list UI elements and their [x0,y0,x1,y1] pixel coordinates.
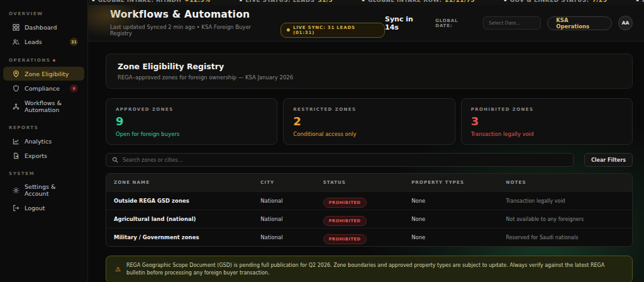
ticker-item: ▪ANALYTICS & FEED:31/25 [636,0,644,3]
cell-property-types: None [404,198,498,204]
stat-caption: Transaction legally void [471,131,623,137]
clear-filters-button[interactable]: Clear Filters [584,153,633,167]
shield-icon [12,85,19,93]
sidebar-item-logout[interactable]: Logout [3,201,84,215]
last-updated-text: Last updated Synced 2 min ago • KSA Fore… [110,24,274,37]
sidebar-section-system: SYSTEM Settings & Account Logout [0,166,87,215]
ticker-value: 7/25 [592,0,608,3]
section-label-text: SYSTEM [9,171,35,176]
ticker-bullet-icon: ▪ [92,0,95,3]
workflow-nodes-icon [12,103,19,110]
section-label-text: OPERATIONS [9,58,50,63]
ticker-value: 22/11/75 [445,0,475,3]
sidebar: OVERVIEW Dashboard Leads 31 OPERATIONS [0,0,88,282]
cell-zone-name: Agricultural land (national) [106,216,253,222]
users-icon [12,38,19,46]
stat-label: RESTRICTED ZONES [293,107,445,112]
sidebar-section-reports: REPORTS Analytics Exports [0,120,87,162]
cell-city: National [253,234,315,240]
sidebar-item-zone-eligibility[interactable]: Zone Eligibility [3,67,84,81]
ticker-item: ▪GLOBAL INTAKE ROW:22/11/75 [362,0,475,3]
header-subrow: Last updated Synced 2 min ago • KSA Fore… [110,23,385,38]
sidebar-item-leads[interactable]: Leads 31 [3,35,84,49]
sidebar-item-exports[interactable]: Exports [3,149,84,162]
status-badge: PROHIBITED [323,198,367,208]
ticker-item: ▪GOV & LINKED STATUS:7/25 [504,0,607,3]
sidebar-item-label: Zone Eligibility [25,70,78,77]
live-sync-badge: LIVE SYNC: 31 LEADS (01:31) [280,23,385,38]
sync-countdown: Sync in 14s [385,15,429,31]
cell-status: PROHIBITED [316,195,404,208]
stat-card-prohibited-zones: PROHIBITED ZONES 3 Transaction legally v… [461,98,633,145]
chart-line-icon [12,137,19,145]
ticker-bullet-icon: ▪ [636,0,639,3]
cell-city: National [253,198,315,204]
table-header-row: ZONE NAME CITY STATUS PROPERTY TYPES NOT… [106,174,632,191]
sidebar-item-label: Analytics [25,138,78,145]
logout-icon [12,204,19,212]
section-label-overview: OVERVIEW [0,6,87,20]
table-row[interactable]: Agricultural land (national) National PR… [106,210,632,228]
sidebar-item-label: Settings & Account [25,183,78,197]
cell-notes: Not available to any foreigners [499,217,632,222]
section-label-system: SYSTEM [0,166,87,179]
filter-row: Clear Filters [106,153,633,167]
status-badge: PROHIBITED [323,234,367,244]
ticker-item: ▪LIVE STATUS: LEADS31/5 [240,0,333,3]
table-row[interactable]: Outside REGA GSD zones National PROHIBIT… [106,191,632,210]
sidebar-item-label: Dashboard [25,24,78,31]
stat-card-restricted-zones: RESTRICTED ZONES 2 Conditional access on… [283,98,455,145]
compliance-count-badge: 9 [70,84,78,93]
stats-row: APPROVED ZONES 9 Open for foreign buyers… [106,98,633,145]
leads-count-badge: 31 [70,38,78,46]
date-picker-input[interactable] [483,16,541,30]
stat-label: APPROVED ZONES [116,107,267,112]
cell-property-types: None [404,234,498,240]
org-selector-pill[interactable]: KSA Operations [547,16,612,30]
column-header-city: CITY [253,180,315,185]
stat-value: 9 [116,116,267,127]
warning-text: REGA Geographic Scope Document (GSD) is … [126,262,623,277]
search-input[interactable] [123,157,567,163]
ticker-bullet-icon: ▪ [504,0,507,3]
status-badge: PROHIBITED [323,216,367,226]
rega-warning-banner: ⚠ REGA Geographic Scope Document (GSD) i… [106,256,633,282]
search-box[interactable] [106,153,574,167]
ticker-text: GLOBAL INTAKE ROW: [368,0,442,3]
stat-label: PROHIBITED ZONES [471,107,623,112]
sidebar-item-workflows-automation[interactable]: Workflows & Automation [3,96,84,116]
column-header-property-types: PROPERTY TYPES [404,180,498,185]
sidebar-item-label: Workflows & Automation [25,99,78,113]
cell-notes: Transaction legally void [499,198,632,204]
section-label-text: REPORTS [9,125,38,130]
section-label-text: OVERVIEW [9,11,43,16]
cell-status: PROHIBITED [316,213,404,226]
table-row[interactable]: Military / Government zones National PRO… [106,228,632,246]
ticker-bullet-icon: ▪ [240,0,243,3]
sidebar-item-analytics[interactable]: Analytics [3,134,84,148]
sidebar-item-dashboard[interactable]: Dashboard [3,20,84,34]
section-label-operations: OPERATIONS [0,53,87,66]
ticker-item: ▪GLOBAL INTAKE: RIYADH+12.5% [92,0,211,3]
zones-table: ZONE NAME CITY STATUS PROPERTY TYPES NOT… [106,173,633,247]
warning-triangle-icon: ⚠ [115,266,121,273]
ticker-text: GLOBAL INTAKE: RIYADH [98,0,182,3]
stat-value: 2 [293,116,445,127]
column-header-notes: NOTES [499,180,632,185]
ticker-text: GOV & LINKED STATUS: [510,0,589,3]
column-header-status: STATUS [316,180,404,185]
page-content: Zone Eligibility Registry REGA–approved … [88,54,644,282]
avatar[interactable]: AA [618,16,633,30]
app-window: OVERVIEW Dashboard Leads 31 OPERATIONS [0,0,644,282]
main-area: ▪GLOBAL INTAKE: RIYADH+12.5% ▪LIVE STATU… [88,0,644,282]
sidebar-item-settings-account[interactable]: Settings & Account [3,180,84,200]
dashboard-icon [12,23,19,31]
sidebar-item-compliance[interactable]: Compliance 9 [3,81,84,96]
sidebar-item-label: Exports [25,152,78,159]
stat-caption: Conditional access only [293,131,445,137]
ticker-value: 31/5 [318,0,333,3]
header-left: Workflows & Automation Last updated Sync… [110,9,385,38]
gear-icon [12,186,19,194]
section-label-reports: REPORTS [0,120,87,133]
map-pin-icon [12,70,19,77]
